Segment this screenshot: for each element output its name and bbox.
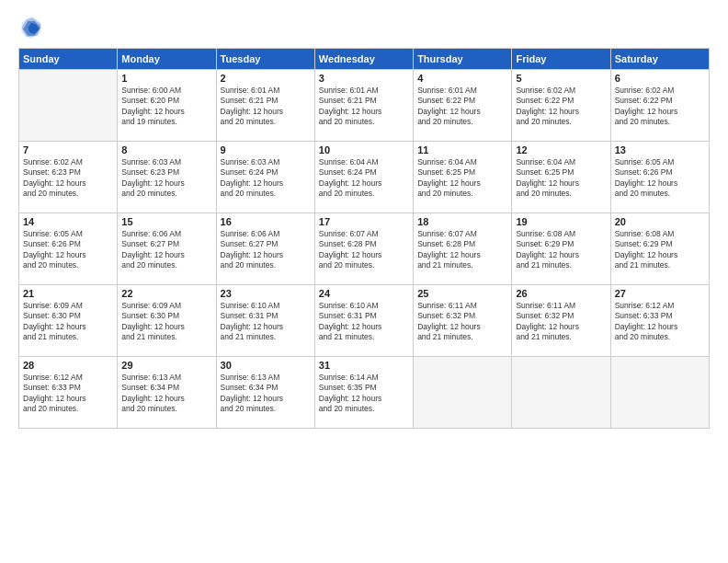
day-number: 8 (121, 144, 211, 155)
day-info: Sunrise: 6:03 AM Sunset: 6:24 PM Dayligh… (221, 157, 311, 200)
day-info: Sunrise: 6:02 AM Sunset: 6:22 PM Dayligh… (615, 86, 705, 128)
header-cell-wednesday: Wednesday (314, 49, 413, 70)
day-number: 7 (23, 144, 113, 155)
week-row-2: 14Sunrise: 6:05 AM Sunset: 6:26 PM Dayli… (19, 213, 710, 285)
day-cell: 21Sunrise: 6:09 AM Sunset: 6:30 PM Dayli… (19, 285, 118, 357)
day-info: Sunrise: 6:05 AM Sunset: 6:26 PM Dayligh… (615, 157, 705, 200)
day-cell: 22Sunrise: 6:09 AM Sunset: 6:30 PM Dayli… (118, 285, 216, 357)
calendar-body: 1Sunrise: 6:00 AM Sunset: 6:20 PM Daylig… (19, 70, 710, 429)
day-cell: 30Sunrise: 6:13 AM Sunset: 6:34 PM Dayli… (216, 357, 314, 429)
day-info: Sunrise: 6:04 AM Sunset: 6:25 PM Dayligh… (516, 157, 606, 200)
day-cell: 10Sunrise: 6:04 AM Sunset: 6:24 PM Dayli… (314, 142, 413, 213)
week-row-0: 1Sunrise: 6:00 AM Sunset: 6:20 PM Daylig… (19, 70, 710, 142)
header (18, 15, 710, 40)
day-cell: 16Sunrise: 6:06 AM Sunset: 6:27 PM Dayli… (216, 213, 314, 285)
day-number: 23 (221, 288, 311, 299)
day-cell: 2Sunrise: 6:01 AM Sunset: 6:21 PM Daylig… (216, 70, 314, 142)
day-info: Sunrise: 6:13 AM Sunset: 6:34 PM Dayligh… (221, 373, 311, 415)
day-info: Sunrise: 6:04 AM Sunset: 6:25 PM Dayligh… (417, 157, 507, 200)
day-cell: 27Sunrise: 6:12 AM Sunset: 6:33 PM Dayli… (610, 285, 709, 357)
header-cell-monday: Monday (118, 49, 216, 70)
day-cell (19, 70, 118, 142)
day-cell: 7Sunrise: 6:02 AM Sunset: 6:23 PM Daylig… (19, 142, 118, 213)
week-row-4: 28Sunrise: 6:12 AM Sunset: 6:33 PM Dayli… (19, 357, 710, 429)
day-info: Sunrise: 6:02 AM Sunset: 6:22 PM Dayligh… (516, 86, 606, 128)
day-info: Sunrise: 6:10 AM Sunset: 6:31 PM Dayligh… (319, 301, 409, 343)
day-cell (414, 357, 512, 429)
day-cell: 9Sunrise: 6:03 AM Sunset: 6:24 PM Daylig… (216, 142, 314, 213)
day-number: 5 (516, 73, 606, 84)
day-cell (610, 357, 709, 429)
day-number: 20 (615, 216, 705, 227)
day-cell: 11Sunrise: 6:04 AM Sunset: 6:25 PM Dayli… (414, 142, 512, 213)
day-info: Sunrise: 6:12 AM Sunset: 6:33 PM Dayligh… (615, 301, 705, 343)
logo (18, 15, 48, 40)
page-container: SundayMondayTuesdayWednesdayThursdayFrid… (0, 0, 728, 563)
header-row: SundayMondayTuesdayWednesdayThursdayFrid… (19, 49, 710, 70)
day-cell: 20Sunrise: 6:08 AM Sunset: 6:29 PM Dayli… (610, 213, 709, 285)
calendar-table: SundayMondayTuesdayWednesdayThursdayFrid… (18, 48, 710, 429)
day-info: Sunrise: 6:00 AM Sunset: 6:20 PM Dayligh… (121, 86, 211, 128)
day-cell: 31Sunrise: 6:14 AM Sunset: 6:35 PM Dayli… (314, 357, 413, 429)
day-cell: 28Sunrise: 6:12 AM Sunset: 6:33 PM Dayli… (19, 357, 118, 429)
week-row-1: 7Sunrise: 6:02 AM Sunset: 6:23 PM Daylig… (19, 142, 710, 213)
day-cell: 25Sunrise: 6:11 AM Sunset: 6:32 PM Dayli… (414, 285, 512, 357)
day-info: Sunrise: 6:07 AM Sunset: 6:28 PM Dayligh… (319, 229, 409, 271)
day-number: 27 (615, 288, 705, 299)
day-number: 2 (221, 73, 311, 84)
day-cell: 12Sunrise: 6:04 AM Sunset: 6:25 PM Dayli… (512, 142, 610, 213)
day-info: Sunrise: 6:11 AM Sunset: 6:32 PM Dayligh… (417, 301, 507, 343)
day-info: Sunrise: 6:09 AM Sunset: 6:30 PM Dayligh… (121, 301, 211, 343)
header-cell-sunday: Sunday (19, 49, 118, 70)
day-info: Sunrise: 6:06 AM Sunset: 6:27 PM Dayligh… (221, 229, 311, 271)
day-number: 30 (221, 360, 311, 371)
day-cell: 4Sunrise: 6:01 AM Sunset: 6:22 PM Daylig… (414, 70, 512, 142)
day-info: Sunrise: 6:11 AM Sunset: 6:32 PM Dayligh… (516, 301, 606, 343)
day-cell: 8Sunrise: 6:03 AM Sunset: 6:23 PM Daylig… (118, 142, 216, 213)
day-cell: 24Sunrise: 6:10 AM Sunset: 6:31 PM Dayli… (314, 285, 413, 357)
day-number: 1 (121, 73, 211, 84)
day-number: 21 (23, 288, 113, 299)
day-info: Sunrise: 6:06 AM Sunset: 6:27 PM Dayligh… (121, 229, 211, 271)
day-cell: 23Sunrise: 6:10 AM Sunset: 6:31 PM Dayli… (216, 285, 314, 357)
day-cell: 1Sunrise: 6:00 AM Sunset: 6:20 PM Daylig… (118, 70, 216, 142)
header-cell-saturday: Saturday (610, 49, 709, 70)
day-number: 4 (417, 73, 507, 84)
day-info: Sunrise: 6:08 AM Sunset: 6:29 PM Dayligh… (615, 229, 705, 271)
day-number: 26 (516, 288, 606, 299)
day-cell: 18Sunrise: 6:07 AM Sunset: 6:28 PM Dayli… (414, 213, 512, 285)
logo-icon (18, 15, 44, 40)
day-cell: 26Sunrise: 6:11 AM Sunset: 6:32 PM Dayli… (512, 285, 610, 357)
day-info: Sunrise: 6:10 AM Sunset: 6:31 PM Dayligh… (221, 301, 311, 343)
day-number: 22 (121, 288, 211, 299)
week-row-3: 21Sunrise: 6:09 AM Sunset: 6:30 PM Dayli… (19, 285, 710, 357)
day-info: Sunrise: 6:12 AM Sunset: 6:33 PM Dayligh… (23, 373, 113, 415)
day-cell: 29Sunrise: 6:13 AM Sunset: 6:34 PM Dayli… (118, 357, 216, 429)
day-number: 12 (516, 144, 606, 155)
day-number: 11 (417, 144, 507, 155)
header-cell-tuesday: Tuesday (216, 49, 314, 70)
day-info: Sunrise: 6:07 AM Sunset: 6:28 PM Dayligh… (417, 229, 507, 271)
day-number: 31 (319, 360, 409, 371)
day-info: Sunrise: 6:03 AM Sunset: 6:23 PM Dayligh… (121, 157, 211, 200)
day-cell (512, 357, 610, 429)
day-cell: 14Sunrise: 6:05 AM Sunset: 6:26 PM Dayli… (19, 213, 118, 285)
day-cell: 19Sunrise: 6:08 AM Sunset: 6:29 PM Dayli… (512, 213, 610, 285)
day-number: 19 (516, 216, 606, 227)
day-info: Sunrise: 6:09 AM Sunset: 6:30 PM Dayligh… (23, 301, 113, 343)
day-info: Sunrise: 6:02 AM Sunset: 6:23 PM Dayligh… (23, 157, 113, 200)
day-number: 3 (319, 73, 409, 84)
day-info: Sunrise: 6:01 AM Sunset: 6:21 PM Dayligh… (319, 86, 409, 128)
day-number: 13 (615, 144, 705, 155)
day-number: 14 (23, 216, 113, 227)
day-number: 9 (221, 144, 311, 155)
day-number: 24 (319, 288, 409, 299)
day-number: 17 (319, 216, 409, 227)
day-number: 6 (615, 73, 705, 84)
day-info: Sunrise: 6:01 AM Sunset: 6:22 PM Dayligh… (417, 86, 507, 128)
day-cell: 3Sunrise: 6:01 AM Sunset: 6:21 PM Daylig… (314, 70, 413, 142)
day-info: Sunrise: 6:13 AM Sunset: 6:34 PM Dayligh… (121, 373, 211, 415)
day-cell: 15Sunrise: 6:06 AM Sunset: 6:27 PM Dayli… (118, 213, 216, 285)
day-number: 25 (417, 288, 507, 299)
day-info: Sunrise: 6:05 AM Sunset: 6:26 PM Dayligh… (23, 229, 113, 271)
